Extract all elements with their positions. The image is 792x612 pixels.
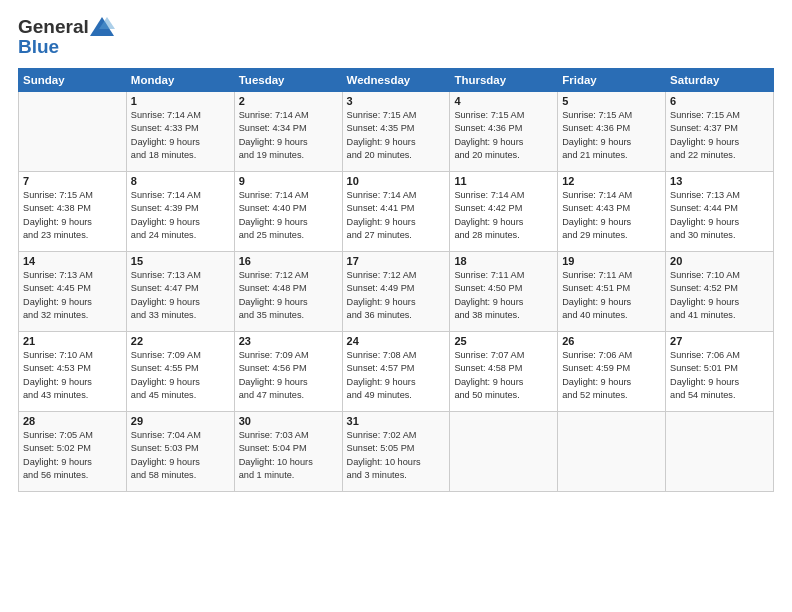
calendar-cell: 30Sunrise: 7:03 AMSunset: 5:04 PMDayligh… [234, 412, 342, 492]
day-info: Sunrise: 7:06 AMSunset: 4:59 PMDaylight:… [562, 349, 661, 402]
calendar-week-row: 21Sunrise: 7:10 AMSunset: 4:53 PMDayligh… [19, 332, 774, 412]
day-info: Sunrise: 7:14 AMSunset: 4:39 PMDaylight:… [131, 189, 230, 242]
day-info: Sunrise: 7:13 AMSunset: 4:44 PMDaylight:… [670, 189, 769, 242]
calendar-cell: 28Sunrise: 7:05 AMSunset: 5:02 PMDayligh… [19, 412, 127, 492]
day-number: 5 [562, 95, 661, 107]
day-info: Sunrise: 7:06 AMSunset: 5:01 PMDaylight:… [670, 349, 769, 402]
day-number: 17 [347, 255, 446, 267]
calendar-cell: 25Sunrise: 7:07 AMSunset: 4:58 PMDayligh… [450, 332, 558, 412]
day-info: Sunrise: 7:11 AMSunset: 4:50 PMDaylight:… [454, 269, 553, 322]
day-info: Sunrise: 7:13 AMSunset: 4:47 PMDaylight:… [131, 269, 230, 322]
calendar-week-row: 1Sunrise: 7:14 AMSunset: 4:33 PMDaylight… [19, 92, 774, 172]
calendar-cell: 2Sunrise: 7:14 AMSunset: 4:34 PMDaylight… [234, 92, 342, 172]
calendar-cell [450, 412, 558, 492]
day-number: 25 [454, 335, 553, 347]
day-info: Sunrise: 7:02 AMSunset: 5:05 PMDaylight:… [347, 429, 446, 482]
logo-blue-text: Blue [18, 36, 59, 57]
logo: General Blue [18, 16, 115, 58]
day-info: Sunrise: 7:14 AMSunset: 4:41 PMDaylight:… [347, 189, 446, 242]
day-header-friday: Friday [558, 69, 666, 92]
calendar-cell: 11Sunrise: 7:14 AMSunset: 4:42 PMDayligh… [450, 172, 558, 252]
day-info: Sunrise: 7:08 AMSunset: 4:57 PMDaylight:… [347, 349, 446, 402]
day-number: 12 [562, 175, 661, 187]
page-header: General Blue [18, 16, 774, 58]
calendar-cell: 13Sunrise: 7:13 AMSunset: 4:44 PMDayligh… [666, 172, 774, 252]
calendar-cell: 19Sunrise: 7:11 AMSunset: 4:51 PMDayligh… [558, 252, 666, 332]
calendar-cell: 3Sunrise: 7:15 AMSunset: 4:35 PMDaylight… [342, 92, 450, 172]
day-number: 23 [239, 335, 338, 347]
calendar-cell: 14Sunrise: 7:13 AMSunset: 4:45 PMDayligh… [19, 252, 127, 332]
calendar-cell: 12Sunrise: 7:14 AMSunset: 4:43 PMDayligh… [558, 172, 666, 252]
calendar-cell: 27Sunrise: 7:06 AMSunset: 5:01 PMDayligh… [666, 332, 774, 412]
day-number: 16 [239, 255, 338, 267]
day-info: Sunrise: 7:09 AMSunset: 4:56 PMDaylight:… [239, 349, 338, 402]
day-header-wednesday: Wednesday [342, 69, 450, 92]
day-header-monday: Monday [126, 69, 234, 92]
day-number: 7 [23, 175, 122, 187]
day-number: 1 [131, 95, 230, 107]
calendar-cell: 6Sunrise: 7:15 AMSunset: 4:37 PMDaylight… [666, 92, 774, 172]
calendar-cell: 16Sunrise: 7:12 AMSunset: 4:48 PMDayligh… [234, 252, 342, 332]
day-info: Sunrise: 7:12 AMSunset: 4:49 PMDaylight:… [347, 269, 446, 322]
calendar-cell: 22Sunrise: 7:09 AMSunset: 4:55 PMDayligh… [126, 332, 234, 412]
calendar-cell: 18Sunrise: 7:11 AMSunset: 4:50 PMDayligh… [450, 252, 558, 332]
day-number: 26 [562, 335, 661, 347]
calendar-cell: 1Sunrise: 7:14 AMSunset: 4:33 PMDaylight… [126, 92, 234, 172]
day-info: Sunrise: 7:11 AMSunset: 4:51 PMDaylight:… [562, 269, 661, 322]
calendar-week-row: 14Sunrise: 7:13 AMSunset: 4:45 PMDayligh… [19, 252, 774, 332]
calendar-cell [666, 412, 774, 492]
day-info: Sunrise: 7:13 AMSunset: 4:45 PMDaylight:… [23, 269, 122, 322]
day-info: Sunrise: 7:10 AMSunset: 4:53 PMDaylight:… [23, 349, 122, 402]
day-number: 9 [239, 175, 338, 187]
day-number: 14 [23, 255, 122, 267]
calendar-cell: 17Sunrise: 7:12 AMSunset: 4:49 PMDayligh… [342, 252, 450, 332]
day-number: 2 [239, 95, 338, 107]
calendar-cell: 29Sunrise: 7:04 AMSunset: 5:03 PMDayligh… [126, 412, 234, 492]
day-number: 31 [347, 415, 446, 427]
calendar-cell: 20Sunrise: 7:10 AMSunset: 4:52 PMDayligh… [666, 252, 774, 332]
calendar-cell: 21Sunrise: 7:10 AMSunset: 4:53 PMDayligh… [19, 332, 127, 412]
day-number: 29 [131, 415, 230, 427]
day-info: Sunrise: 7:15 AMSunset: 4:36 PMDaylight:… [454, 109, 553, 162]
day-info: Sunrise: 7:15 AMSunset: 4:37 PMDaylight:… [670, 109, 769, 162]
day-header-tuesday: Tuesday [234, 69, 342, 92]
day-header-saturday: Saturday [666, 69, 774, 92]
day-info: Sunrise: 7:15 AMSunset: 4:38 PMDaylight:… [23, 189, 122, 242]
calendar-cell: 7Sunrise: 7:15 AMSunset: 4:38 PMDaylight… [19, 172, 127, 252]
day-number: 8 [131, 175, 230, 187]
day-info: Sunrise: 7:15 AMSunset: 4:36 PMDaylight:… [562, 109, 661, 162]
calendar-header-row: SundayMondayTuesdayWednesdayThursdayFrid… [19, 69, 774, 92]
day-info: Sunrise: 7:15 AMSunset: 4:35 PMDaylight:… [347, 109, 446, 162]
logo-icon [89, 16, 115, 38]
day-number: 21 [23, 335, 122, 347]
day-info: Sunrise: 7:07 AMSunset: 4:58 PMDaylight:… [454, 349, 553, 402]
day-info: Sunrise: 7:12 AMSunset: 4:48 PMDaylight:… [239, 269, 338, 322]
day-info: Sunrise: 7:14 AMSunset: 4:40 PMDaylight:… [239, 189, 338, 242]
day-number: 13 [670, 175, 769, 187]
calendar-cell: 26Sunrise: 7:06 AMSunset: 4:59 PMDayligh… [558, 332, 666, 412]
day-info: Sunrise: 7:03 AMSunset: 5:04 PMDaylight:… [239, 429, 338, 482]
day-number: 20 [670, 255, 769, 267]
day-number: 4 [454, 95, 553, 107]
calendar-cell: 24Sunrise: 7:08 AMSunset: 4:57 PMDayligh… [342, 332, 450, 412]
calendar-week-row: 28Sunrise: 7:05 AMSunset: 5:02 PMDayligh… [19, 412, 774, 492]
calendar-cell [558, 412, 666, 492]
calendar-cell: 9Sunrise: 7:14 AMSunset: 4:40 PMDaylight… [234, 172, 342, 252]
day-header-sunday: Sunday [19, 69, 127, 92]
day-info: Sunrise: 7:14 AMSunset: 4:42 PMDaylight:… [454, 189, 553, 242]
day-number: 3 [347, 95, 446, 107]
calendar-cell: 5Sunrise: 7:15 AMSunset: 4:36 PMDaylight… [558, 92, 666, 172]
day-number: 6 [670, 95, 769, 107]
day-header-thursday: Thursday [450, 69, 558, 92]
day-info: Sunrise: 7:09 AMSunset: 4:55 PMDaylight:… [131, 349, 230, 402]
day-info: Sunrise: 7:04 AMSunset: 5:03 PMDaylight:… [131, 429, 230, 482]
day-number: 19 [562, 255, 661, 267]
calendar-cell [19, 92, 127, 172]
calendar-cell: 10Sunrise: 7:14 AMSunset: 4:41 PMDayligh… [342, 172, 450, 252]
day-number: 30 [239, 415, 338, 427]
day-info: Sunrise: 7:14 AMSunset: 4:33 PMDaylight:… [131, 109, 230, 162]
day-number: 22 [131, 335, 230, 347]
day-number: 24 [347, 335, 446, 347]
calendar-table: SundayMondayTuesdayWednesdayThursdayFrid… [18, 68, 774, 492]
day-number: 11 [454, 175, 553, 187]
